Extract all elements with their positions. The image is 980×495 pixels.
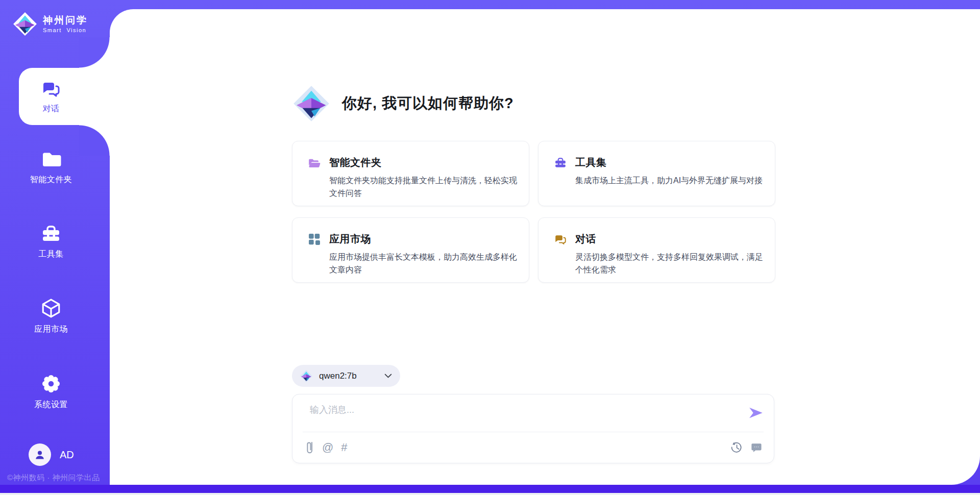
sidebar-item-label: 智能文件夹 (30, 175, 72, 185)
main-panel: 你好, 我可以如何帮助你? 智能文件夹 智能文件夹功能支持批量文件上传与清洗，轻… (110, 9, 980, 485)
hash-glyph: # (341, 442, 347, 453)
brand-name: 神州问学 (43, 14, 88, 27)
sidebar-item-label: 对话 (43, 104, 60, 114)
composer-toolbar: @ # (306, 438, 763, 457)
chat-square-icon (750, 441, 763, 454)
card-app-market[interactable]: 应用市场 应用市场提供丰富长文本模板，助力高效生成多样化文章内容 (292, 217, 529, 283)
greeting-text: 你好, 我可以如何帮助你? (342, 93, 514, 114)
main-content: 你好, 我可以如何帮助你? 智能文件夹 智能文件夹功能支持批量文件上传与清洗，轻… (292, 9, 776, 485)
cube-icon (40, 298, 62, 319)
sidebar: 神州问学 Smart Vision 对话 智能文件夹 (0, 0, 110, 493)
folder-icon (40, 149, 62, 169)
card-desc: 应用市场提供丰富长文本模板，助力高效生成多样化文章内容 (329, 251, 517, 276)
model-name: qwen2:7b (319, 371, 357, 381)
card-desc: 集成市场上主流工具，助力AI与外界无缝扩展与对接 (575, 174, 763, 187)
chat-bubbles-icon (41, 79, 61, 99)
greeting: 你好, 我可以如何帮助你? (292, 84, 514, 123)
card-title: 工具集 (575, 156, 607, 169)
copyright-text: ©神州数码 · 神州问学出品 (7, 473, 100, 483)
composer-toolbar-right (730, 441, 763, 454)
card-title: 对话 (575, 232, 596, 246)
model-selector[interactable]: qwen2:7b (292, 365, 400, 387)
card-title: 应用市场 (329, 232, 371, 246)
feedback-button[interactable] (750, 441, 763, 454)
composer: @ # (292, 394, 774, 463)
app-root: 神州问学 Smart Vision 对话 智能文件夹 (0, 0, 980, 493)
at-glyph: @ (322, 442, 333, 453)
sidebar-item-settings[interactable]: 系统设置 (0, 373, 102, 410)
history-button[interactable] (730, 441, 743, 454)
brand-text: 神州问学 Smart Vision (43, 14, 88, 34)
card-head: 智能文件夹 (308, 156, 516, 169)
history-clock-icon (730, 441, 743, 454)
sidebar-item-label: 系统设置 (34, 400, 68, 410)
user-button[interactable]: AD (29, 443, 74, 466)
card-desc: 智能文件夹功能支持批量文件上传与清洗，轻松实现文件问答 (329, 174, 517, 200)
paperclip-icon (306, 440, 314, 455)
composer-divider (303, 432, 764, 432)
sidebar-item-chat[interactable]: 对话 (19, 68, 110, 125)
card-title: 智能文件夹 (329, 156, 382, 169)
person-icon (33, 448, 46, 461)
card-toolset[interactable]: 工具集 集成市场上主流工具，助力AI与外界无缝扩展与对接 (538, 141, 775, 206)
sidebar-item-smart-folder[interactable]: 智能文件夹 (0, 149, 102, 185)
sidebar-item-label: 工具集 (38, 249, 64, 260)
bottom-accent-bar (0, 485, 980, 493)
sidebar-item-toolset[interactable]: 工具集 (0, 224, 102, 260)
assistant-diamond-icon (292, 84, 331, 123)
grid-cube-icon (308, 233, 321, 246)
card-head: 对话 (554, 232, 762, 246)
mention-button[interactable]: @ (322, 442, 333, 453)
sidebar-item-app-market[interactable]: 应用市场 (0, 298, 102, 335)
card-chat[interactable]: 对话 灵活切换多模型文件，支持多样回复效果调试，满足个性化需求 (538, 217, 775, 283)
feature-cards: 智能文件夹 智能文件夹功能支持批量文件上传与清洗，轻松实现文件问答 (292, 141, 775, 283)
toolbox-icon (554, 156, 567, 169)
active-tab-fillet-top (79, 37, 110, 68)
hashtag-button[interactable]: # (341, 442, 347, 453)
sidebar-item-label: 应用市场 (34, 324, 68, 335)
toolbox-icon (40, 224, 62, 244)
card-desc: 灵活切换多模型文件，支持多样回复效果调试，满足个性化需求 (575, 251, 763, 276)
card-head: 应用市场 (308, 232, 516, 246)
send-button[interactable] (748, 406, 764, 421)
avatar (29, 443, 51, 466)
brand-logo: 神州问学 Smart Vision (12, 11, 88, 37)
card-smart-folder[interactable]: 智能文件夹 智能文件夹功能支持批量文件上传与清洗，轻松实现文件问答 (292, 141, 529, 206)
chevron-down-icon (384, 372, 392, 380)
brand-diamond-icon (12, 11, 38, 37)
send-icon (749, 406, 763, 420)
brand-subtitle: Smart Vision (43, 27, 88, 34)
card-head: 工具集 (554, 156, 762, 169)
gear-icon (40, 373, 62, 394)
user-initials: AD (60, 449, 74, 461)
chat-bubbles-icon (554, 233, 567, 246)
attach-button[interactable] (306, 440, 314, 455)
model-diamond-icon (300, 369, 313, 383)
message-input[interactable] (309, 403, 729, 429)
folder-open-icon (308, 156, 321, 169)
